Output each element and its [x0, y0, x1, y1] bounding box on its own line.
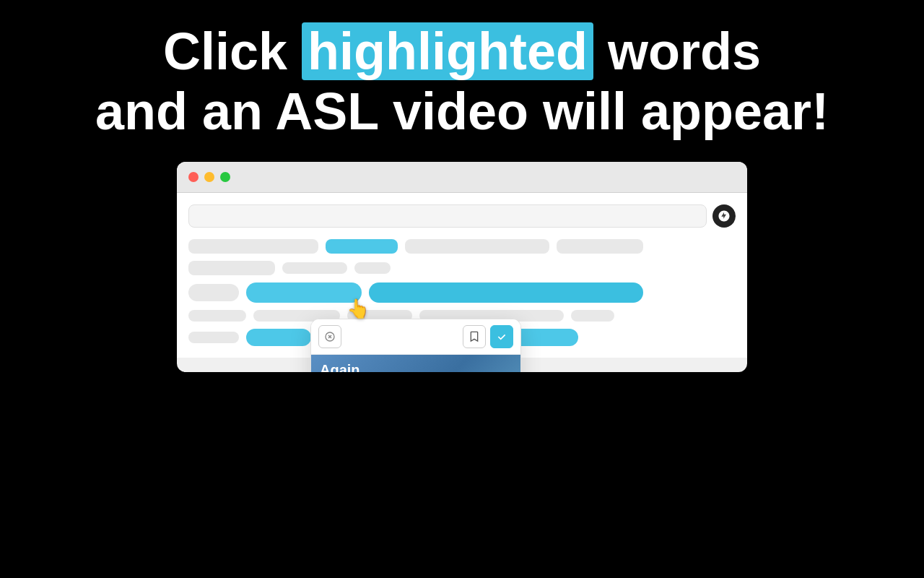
skel-4e	[571, 310, 614, 322]
skel-1c	[405, 239, 549, 254]
dismiss-icon	[324, 331, 336, 342]
skel-5b-blue[interactable]	[246, 329, 311, 346]
skeleton-row-1	[188, 239, 736, 254]
popup-toolbar	[311, 319, 520, 355]
address-bar[interactable]	[188, 204, 707, 228]
address-bar-row	[188, 204, 736, 228]
skel-1a	[188, 239, 318, 254]
check-button[interactable]	[490, 325, 513, 348]
headline-line2: and an ASL video will appear!	[95, 82, 829, 142]
headline-suffix: words	[593, 22, 761, 80]
headline: Click highlighted words and an ASL video…	[95, 22, 829, 142]
skel-2c	[354, 262, 391, 274]
skel-5a	[188, 332, 239, 343]
browser-window: 👆	[177, 162, 747, 372]
cursor-finger: 👆	[346, 298, 370, 320]
headline-highlight: highlighted	[302, 22, 593, 80]
skel-2a	[188, 261, 275, 275]
skel-1d	[557, 239, 643, 254]
browser-content: 👆	[177, 193, 747, 358]
traffic-light-green[interactable]	[220, 172, 230, 182]
plugin-svg	[718, 210, 731, 223]
browser-titlebar	[177, 162, 747, 193]
video-word-label: Again	[320, 362, 360, 372]
skel-2b	[282, 262, 347, 274]
bookmark-button[interactable]	[463, 325, 486, 348]
skeleton-row-2	[188, 261, 736, 275]
traffic-light-yellow[interactable]	[204, 172, 214, 182]
skel-4a	[188, 310, 246, 322]
check-icon	[496, 331, 507, 342]
skel-3a	[188, 284, 239, 301]
plugin-icon[interactable]	[712, 204, 736, 228]
bookmark-icon	[468, 331, 480, 342]
popup-card: Again again, another, frequent, frequ	[310, 319, 521, 372]
headline-prefix: Click	[163, 22, 302, 80]
video-area: Again	[311, 355, 520, 372]
skel-1b-blue[interactable]	[326, 239, 398, 254]
dismiss-button[interactable]	[318, 325, 341, 348]
headline-line1: Click highlighted words	[95, 22, 829, 82]
popup-wrapper: 👆	[310, 298, 521, 372]
traffic-light-red[interactable]	[188, 172, 199, 182]
popup-btn-group	[463, 325, 513, 348]
